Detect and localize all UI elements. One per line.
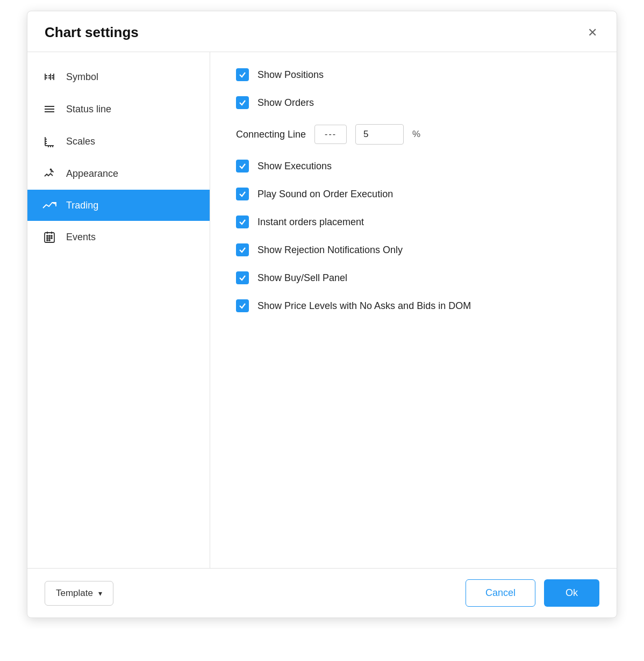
sidebar-item-label-scales: Scales [66, 136, 95, 147]
sidebar-item-label-trading: Trading [66, 200, 98, 211]
show-positions-checkbox[interactable] [236, 68, 249, 81]
template-label: Template [56, 588, 93, 599]
show-buysell-text: Show Buy/Sell Panel [257, 272, 347, 284]
svg-point-30 [47, 240, 48, 241]
show-positions-row: Show Positions [236, 68, 591, 81]
show-price-levels-row: Show Price Levels with No Asks and Bids … [236, 299, 591, 312]
svg-point-29 [51, 238, 52, 239]
close-button[interactable]: ✕ [585, 25, 599, 41]
dialog-header: Chart settings ✕ [27, 11, 617, 52]
show-buysell-label[interactable]: Show Buy/Sell Panel [236, 271, 347, 284]
show-positions-label[interactable]: Show Positions [236, 68, 324, 81]
play-sound-text: Play Sound on Order Execution [257, 189, 393, 200]
chevron-down-icon: ▾ [98, 589, 102, 598]
template-button[interactable]: Template ▾ [45, 581, 113, 606]
show-executions-checkbox[interactable] [236, 160, 249, 173]
instant-orders-checkbox[interactable] [236, 215, 249, 228]
line-value-input[interactable] [355, 124, 404, 145]
scales-icon [42, 135, 56, 148]
show-buysell-checkbox[interactable] [236, 271, 249, 284]
svg-point-24 [47, 235, 48, 236]
sidebar-item-label-status-line: Status line [66, 104, 111, 115]
line-style-button[interactable]: --- [314, 125, 347, 144]
show-rejection-checkbox[interactable] [236, 243, 249, 256]
appearance-icon [42, 167, 56, 180]
svg-point-28 [49, 238, 50, 239]
show-executions-label[interactable]: Show Executions [236, 160, 332, 173]
content-area: Show Positions Show Orders Connecting Li… [210, 52, 617, 568]
sidebar-item-label-appearance: Appearance [66, 168, 118, 179]
sidebar-item-appearance[interactable]: Appearance [27, 157, 210, 190]
show-price-levels-text: Show Price Levels with No Asks and Bids … [257, 300, 471, 312]
sidebar-item-symbol[interactable]: Symbol [27, 61, 210, 93]
show-executions-row: Show Executions [236, 160, 591, 173]
status-line-icon [42, 103, 56, 116]
percent-label: % [412, 129, 420, 140]
show-positions-text: Show Positions [257, 69, 324, 81]
dialog-footer: Template ▾ Cancel Ok [27, 568, 617, 617]
show-orders-label[interactable]: Show Orders [236, 96, 314, 109]
instant-orders-text: Instant orders placement [257, 217, 364, 228]
show-buysell-row: Show Buy/Sell Panel [236, 271, 591, 284]
svg-point-31 [49, 240, 50, 241]
show-executions-text: Show Executions [257, 161, 332, 172]
instant-orders-row: Instant orders placement [236, 215, 591, 228]
events-icon [42, 231, 56, 243]
show-rejection-text: Show Rejection Notifications Only [257, 245, 403, 256]
instant-orders-label[interactable]: Instant orders placement [236, 215, 364, 228]
sidebar: Symbol Status line [27, 52, 210, 568]
sidebar-item-label-symbol: Symbol [66, 71, 98, 83]
chart-settings-dialog: Chart settings ✕ [27, 11, 617, 618]
dialog-body: Symbol Status line [27, 52, 617, 568]
footer-actions: Cancel Ok [466, 579, 599, 607]
svg-point-26 [51, 235, 52, 236]
show-orders-row: Show Orders [236, 96, 591, 109]
ok-button[interactable]: Ok [544, 579, 599, 607]
trading-icon [42, 199, 56, 211]
play-sound-row: Play Sound on Order Execution [236, 188, 591, 200]
play-sound-label[interactable]: Play Sound on Order Execution [236, 188, 393, 200]
sidebar-item-trading[interactable]: Trading [27, 190, 210, 221]
connecting-line-label: Connecting Line [236, 129, 306, 140]
dialog-title: Chart settings [45, 24, 139, 41]
connecting-line-row: Connecting Line --- % [236, 124, 591, 145]
play-sound-checkbox[interactable] [236, 188, 249, 200]
sidebar-item-events[interactable]: Events [27, 221, 210, 253]
show-price-levels-label[interactable]: Show Price Levels with No Asks and Bids … [236, 299, 471, 312]
show-rejection-label[interactable]: Show Rejection Notifications Only [236, 243, 403, 256]
line-style-value: --- [325, 130, 337, 139]
svg-point-25 [49, 235, 50, 236]
sidebar-item-label-events: Events [66, 232, 96, 243]
show-rejection-row: Show Rejection Notifications Only [236, 243, 591, 256]
cancel-button[interactable]: Cancel [466, 579, 535, 607]
close-icon: ✕ [588, 26, 597, 39]
symbol-icon [42, 70, 56, 83]
show-price-levels-checkbox[interactable] [236, 299, 249, 312]
show-orders-text: Show Orders [257, 97, 314, 109]
show-orders-checkbox[interactable] [236, 96, 249, 109]
sidebar-item-scales[interactable]: Scales [27, 125, 210, 157]
sidebar-item-status-line[interactable]: Status line [27, 93, 210, 125]
svg-point-27 [47, 238, 48, 239]
